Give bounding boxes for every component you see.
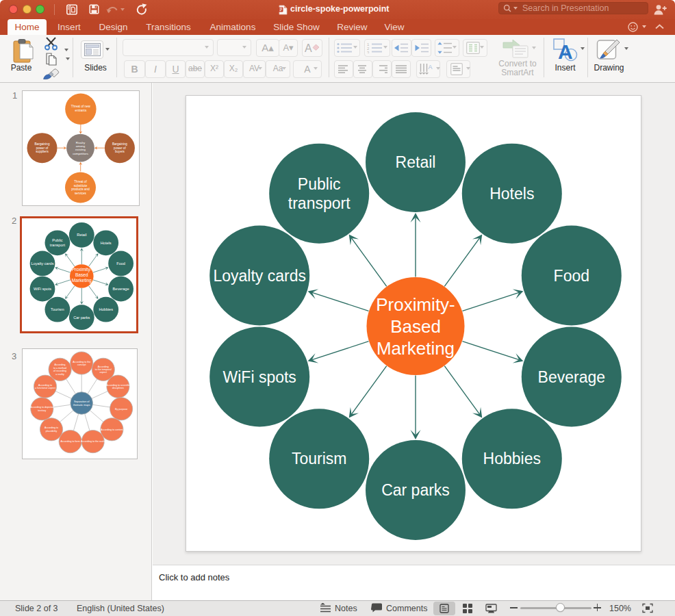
svg-text:products and: products and (71, 188, 90, 191)
svg-text:3: 3 (367, 51, 370, 54)
svg-text:According to depicted: According to depicted (30, 406, 54, 409)
svg-text:According to the scale: According to the scale (81, 440, 105, 443)
svg-text:a reality: a reality (55, 373, 64, 376)
svg-text:WiFi spots: WiFi spots (34, 287, 51, 291)
svg-text:Loyalty cards: Loyalty cards (31, 261, 54, 266)
svg-text:power of: power of (114, 146, 126, 150)
svg-text:Food: Food (554, 267, 589, 285)
svg-text:Tourism: Tourism (51, 307, 64, 311)
svg-text:entrants: entrants (75, 109, 87, 112)
svg-text:Public: Public (52, 238, 62, 242)
svg-text:to the temporal: to the temporal (95, 368, 112, 371)
svg-text:substitute: substitute (74, 184, 88, 188)
svg-text:Rivalry: Rivalry (76, 141, 86, 144)
svg-text:According to content: According to content (101, 428, 123, 431)
svg-text:Based: Based (390, 316, 441, 337)
svg-text:A: A (558, 40, 573, 62)
svg-text:plausibility: plausibility (46, 430, 58, 433)
svg-text:Proximity-: Proximity- (376, 294, 455, 315)
svg-text:aspect: aspect (100, 371, 107, 374)
svg-text:Separation of: Separation of (74, 400, 90, 403)
svg-text:disciplines: disciplines (112, 387, 124, 389)
svg-text:to a method: to a method (53, 367, 66, 370)
svg-text:territory: territory (38, 409, 46, 412)
svg-text:services: services (75, 192, 87, 195)
svg-text:Beverage: Beverage (538, 368, 605, 386)
svg-text:According to form: According to form (61, 440, 80, 443)
svg-text:Loyalty cards: Loyalty cards (213, 267, 306, 285)
svg-text:Beverage: Beverage (113, 287, 129, 291)
svg-text:Retail: Retail (77, 233, 86, 237)
svg-text:According to: According to (38, 384, 52, 387)
svg-text:Bargaining: Bargaining (112, 142, 127, 146)
svg-text:According to scientific: According to scientific (106, 384, 130, 387)
svg-text:Marketing: Marketing (377, 338, 455, 359)
svg-text:A: A (305, 42, 312, 54)
svg-text:According to the: According to the (73, 361, 90, 363)
svg-text:Hotels: Hotels (101, 241, 112, 245)
svg-text:buyers: buyers (115, 150, 125, 153)
svg-text:Car parks: Car parks (73, 316, 90, 320)
svg-text:transport: transport (50, 243, 66, 247)
svg-text:Based: Based (75, 272, 88, 277)
svg-text:Hobbies: Hobbies (99, 307, 113, 311)
svg-text:Hotels: Hotels (489, 185, 534, 203)
svg-text:among: among (76, 144, 86, 148)
svg-text:Car parks: Car parks (381, 481, 450, 499)
svg-text:Threat of new: Threat of new (71, 105, 91, 108)
svg-text:Proximity-: Proximity- (72, 267, 92, 272)
svg-text:thematic maps: thematic maps (73, 404, 90, 407)
svg-text:Food: Food (116, 261, 125, 266)
svg-text:According: According (55, 363, 66, 366)
svg-text:Threat of: Threat of (74, 180, 87, 183)
svg-text:suppliers: suppliers (36, 150, 49, 153)
svg-text:According to: According to (44, 426, 58, 429)
svg-text:Bargaining: Bargaining (35, 142, 50, 146)
svg-text:Tourism: Tourism (292, 450, 347, 467)
svg-text:concept: concept (77, 363, 86, 366)
svg-text:By purpose: By purpose (115, 408, 127, 411)
svg-text:Hobbies: Hobbies (483, 450, 541, 467)
svg-text:Public: Public (298, 175, 341, 193)
svg-text:of recording: of recording (53, 370, 66, 372)
svg-text:competitors: competitors (73, 152, 88, 155)
svg-text:Marketing: Marketing (72, 278, 92, 283)
svg-text:a functional aspect: a functional aspect (35, 387, 55, 389)
svg-text:existing: existing (75, 148, 86, 151)
svg-text:According: According (98, 365, 109, 368)
svg-text:power of: power of (36, 146, 49, 150)
svg-text:Retail: Retail (396, 153, 436, 171)
svg-text:transport: transport (288, 194, 351, 212)
svg-text:A: A (429, 64, 433, 70)
svg-text:WiFi spots: WiFi spots (223, 368, 296, 386)
